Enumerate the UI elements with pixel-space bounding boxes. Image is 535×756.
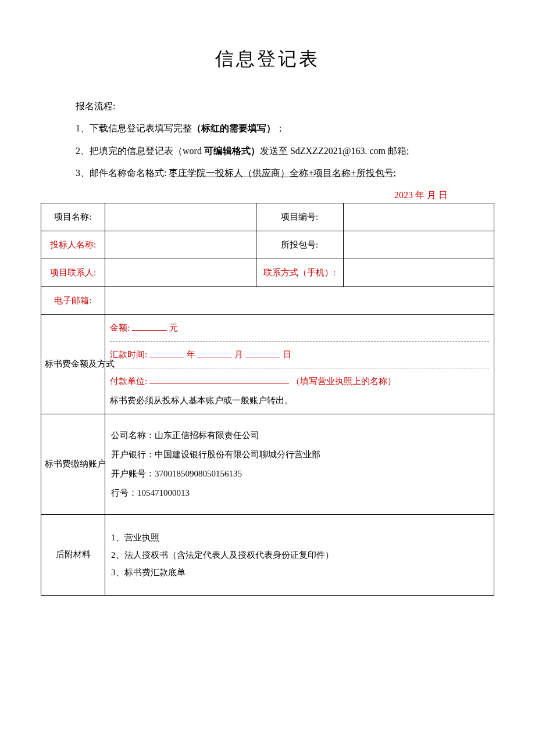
registration-table: 项目名称: 项目编号: 投标人名称: 所投包号: 项目联系人: 联系方式（手机）… <box>41 203 494 596</box>
label-fee-method: 标书费金额及方式 <box>41 314 105 414</box>
page-title: 信息登记表 <box>41 46 494 72</box>
table-row: 标书费缴纳账户 公司名称：山东正信招标有限责任公司 开户银行：中国建设银行股份有… <box>41 414 494 514</box>
field-package-no[interactable] <box>343 231 494 259</box>
fee-block: 金额: 元 汇款时间: 年 月 日 付款单位: （填写营业执照上的名称） 标书费… <box>105 315 494 414</box>
attachment-1: 1、营业执照 <box>111 529 488 546</box>
fee-m: 月 <box>232 350 245 359</box>
bank-block: 公司名称：山东正信招标有限责任公司 开户银行：中国建设银行股份有限公司聊城分行营… <box>109 422 490 506</box>
process-line-3: 3、邮件名称命名格式: 枣庄学院一投标人（供应商）全称+项目名称+所投包号; <box>76 162 494 184</box>
process-heading: 报名流程: <box>76 95 494 117</box>
divider <box>110 341 489 342</box>
cell-fee-method: 金额: 元 汇款时间: 年 月 日 付款单位: （填写营业执照上的名称） 标书费… <box>105 314 494 414</box>
form-date: 2023 年 月 日 <box>41 189 494 202</box>
process-line-3b: 枣庄学院一投标人（供应商）全称+项目名称+所投包号 <box>169 168 393 178</box>
table-row: 投标人名称: 所投包号: <box>41 231 494 259</box>
bank-account: 开户账号：37001850908050156135 <box>111 464 488 483</box>
process-block: 报名流程: 1、下载信息登记表填写完整（标红的需要填写）； 2、把填完的信息登记… <box>41 95 494 185</box>
process-line-2a: 2、把填完的信息登记表（word <box>76 146 204 156</box>
label-project-no: 项目编号: <box>256 203 343 231</box>
field-project-no[interactable] <box>343 203 494 231</box>
field-contact[interactable] <box>105 259 256 286</box>
fee-payer-label: 付款单位: <box>110 377 149 386</box>
fee-payer-hint: （填写营业执照上的名称） <box>291 377 396 386</box>
table-row: 标书费金额及方式 金额: 元 汇款时间: 年 月 日 付款单位: （填写营业执照… <box>41 314 494 414</box>
bank-name: 开户银行：中国建设银行股份有限公司聊城分行营业部 <box>111 445 488 464</box>
field-project-name[interactable] <box>105 203 256 231</box>
fee-payer-note: 标书费必须从投标人基本账户或一般账户转出。 <box>110 391 489 410</box>
fee-amount-line: 金额: 元 <box>110 318 489 338</box>
label-phone: 联系方式（手机）: <box>256 259 343 286</box>
bank-routing: 行号：105471000013 <box>111 483 488 503</box>
fee-remit-label: 汇款时间: <box>110 350 149 359</box>
fee-amount-blank[interactable] <box>132 322 167 331</box>
field-phone[interactable] <box>343 259 494 286</box>
label-contact: 项目联系人: <box>41 259 105 286</box>
fee-payer-line: 付款单位: （填写营业执照上的名称） <box>110 372 489 391</box>
process-line-3c: ; <box>394 168 396 178</box>
label-email: 电子邮箱: <box>41 286 105 314</box>
process-line-1b: （标红的需要填写） <box>192 123 276 133</box>
label-project-name: 项目名称: <box>41 203 105 231</box>
fee-d: 日 <box>280 350 291 359</box>
table-row: 项目联系人: 联系方式（手机）: <box>41 259 494 286</box>
process-line-1c: ； <box>276 123 285 133</box>
table-row: 项目名称: 项目编号: <box>41 203 494 231</box>
divider <box>110 368 489 368</box>
fee-y: 年 <box>184 350 198 359</box>
page-container: 信息登记表 报名流程: 1、下载信息登记表填写完整（标红的需要填写）； 2、把填… <box>0 0 535 596</box>
cell-attachments: 1、营业执照 2、法人授权书（含法定代表人及授权代表身份证复印件） 3、标书费汇… <box>105 514 494 595</box>
fee-amount-unit: 元 <box>167 323 178 332</box>
table-row: 后附材料 1、营业执照 2、法人授权书（含法定代表人及授权代表身份证复印件） 3… <box>41 514 494 595</box>
process-line-2c: 发送至 SdZXZZ2021@163. com 邮箱; <box>260 146 409 156</box>
process-line-2: 2、把填完的信息登记表（word 可编辑格式）发送至 SdZXZZ2021@16… <box>76 140 494 162</box>
fee-amount-label: 金额: <box>110 323 132 332</box>
attachment-3: 3、标书费汇款底单 <box>111 564 488 581</box>
attachment-2: 2、法人授权书（含法定代表人及授权代表身份证复印件） <box>111 546 488 564</box>
process-line-1a: 1、下载信息登记表填写完整 <box>76 123 192 133</box>
label-package-no: 所投包号: <box>256 231 343 259</box>
field-email[interactable] <box>105 286 494 314</box>
process-line-2b: 可编辑格式） <box>204 146 260 156</box>
cell-fee-account: 公司名称：山东正信招标有限责任公司 开户银行：中国建设银行股份有限公司聊城分行营… <box>105 414 494 514</box>
fee-year-blank[interactable] <box>149 349 184 357</box>
fee-payer-blank[interactable] <box>149 375 289 384</box>
field-bidder-name[interactable] <box>105 231 256 259</box>
fee-month-blank[interactable] <box>197 349 232 357</box>
fee-day-blank[interactable] <box>245 349 280 357</box>
process-line-1: 1、下载信息登记表填写完整（标红的需要填写）； <box>76 117 494 139</box>
fee-remit-line: 汇款时间: 年 月 日 <box>110 345 489 364</box>
bank-company: 公司名称：山东正信招标有限责任公司 <box>111 426 488 445</box>
table-row: 电子邮箱: <box>41 286 494 314</box>
label-bidder-name: 投标人名称: <box>41 231 105 259</box>
label-attachments: 后附材料 <box>41 514 105 595</box>
process-line-3a: 3、邮件名称命名格式: <box>76 168 169 178</box>
label-fee-account: 标书费缴纳账户 <box>41 414 105 514</box>
attachments-block: 1、营业执照 2、法人授权书（含法定代表人及授权代表身份证复印件） 3、标书费汇… <box>109 523 490 587</box>
